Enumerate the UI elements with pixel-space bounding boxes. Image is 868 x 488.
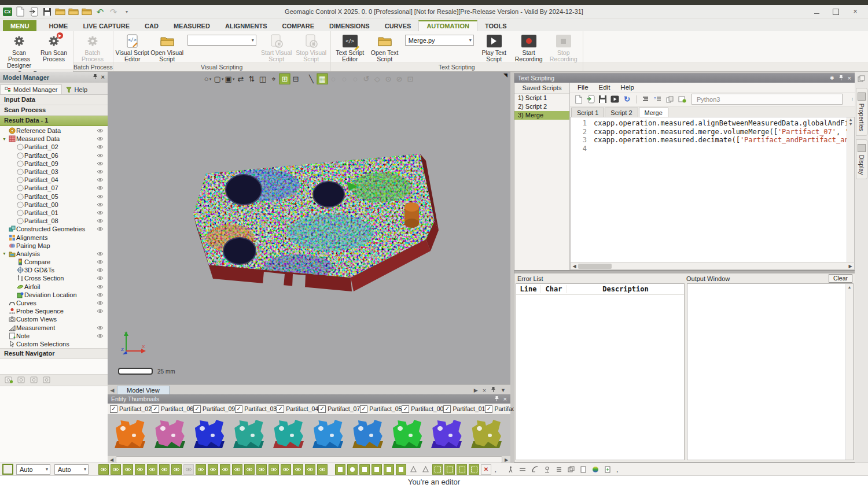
close-icon[interactable]: × <box>848 75 851 82</box>
thumbnail-partifact_03[interactable] <box>230 417 269 453</box>
visibility-eye-icon[interactable] <box>97 217 104 225</box>
import-icon[interactable] <box>28 7 39 16</box>
tree-item-partifact-03[interactable]: Partifact_03 <box>0 168 108 176</box>
tree-item-note[interactable]: Note <box>0 332 108 340</box>
thumbnail-partifact_05[interactable] <box>348 417 388 453</box>
target-icon[interactable] <box>542 464 552 475</box>
thumbnail-check-partifact_09[interactable]: ✓Partifact_09 <box>193 405 235 413</box>
rectangle-select-icon[interactable]: ▦ <box>317 73 328 84</box>
tree-item-measured-data[interactable]: ▼Measured Data <box>0 135 108 143</box>
visibility-eye-icon[interactable] <box>97 160 104 168</box>
import-script-icon[interactable] <box>586 94 595 104</box>
menu-tab-measured[interactable]: MEASURED <box>166 20 218 31</box>
tree-item-partifact-04[interactable]: Partifact_04 <box>0 176 108 184</box>
visibility-eye-icon[interactable] <box>97 332 104 341</box>
visibility-toggle-icon[interactable] <box>159 464 170 475</box>
run-script-icon[interactable] <box>610 94 620 104</box>
sphere-icon[interactable] <box>590 464 601 475</box>
section-input-data[interactable]: Input Data <box>0 95 108 105</box>
output-scrollbar[interactable]: ▲ <box>845 284 853 460</box>
text-script-editor-button[interactable]: </>Text Script Editor <box>333 32 367 62</box>
visibility-eye-icon[interactable] <box>97 258 104 267</box>
visibility-toggle-icon[interactable] <box>256 464 267 475</box>
flip-vertical-icon[interactable]: ⇅ <box>247 73 258 84</box>
model-viewport[interactable]: ○▾▢▾▣▾⇄⇅◫⌖⊞⊟╲▦◌◌◌↺◇⊙⊘⊡ ◥ <box>108 72 510 385</box>
visibility-toggle-icon[interactable] <box>111 464 121 475</box>
navigator-tool-icon-2[interactable] <box>17 375 26 386</box>
navigator-tool-icon-4[interactable] <box>43 375 52 386</box>
code-line[interactable]: 2cxapp.operation.measured.merge.volumeMe… <box>571 128 854 136</box>
visibility-eye-icon[interactable] <box>97 184 104 193</box>
paint-select-icon[interactable]: ⊙ <box>383 73 394 84</box>
visibility-eye-icon[interactable] <box>97 324 104 332</box>
visibility-toggle-icon[interactable] <box>293 464 303 475</box>
thumbnail-check-partifact_03[interactable]: ✓Partifact_03 <box>235 405 277 413</box>
thumbnail-partifact_04[interactable] <box>270 417 309 453</box>
auto-combo-1[interactable]: Auto▾ <box>16 464 50 475</box>
open-yellow-2-icon[interactable] <box>68 7 79 16</box>
thumbnail-partifact_00[interactable] <box>388 417 428 453</box>
thumbnail-check-partifact_02[interactable]: ✓Partifact_02 <box>110 405 152 413</box>
scanned-model-3d[interactable] <box>177 151 443 301</box>
selection-mode-icon[interactable] <box>469 464 479 475</box>
visibility-toggle-icon[interactable] <box>123 464 133 475</box>
visibility-eye-icon[interactable] <box>97 209 104 217</box>
tree-item-compare[interactable]: Compare <box>0 258 108 266</box>
ribbon-script-combobox[interactable]: ▾ <box>187 35 256 46</box>
menu-tab-curves[interactable]: CURVES <box>377 20 419 31</box>
tab-scroll-left-icon[interactable]: ◀ <box>108 387 117 393</box>
editor-vertical-scrollbar[interactable]: ▲▼ <box>847 117 854 262</box>
view-mode-icon[interactable] <box>347 464 358 475</box>
checkbox-icon[interactable]: ✓ <box>235 405 242 413</box>
menu-tab-compare[interactable]: COMPARE <box>275 20 322 31</box>
menu-tab-menu[interactable]: MENU <box>3 20 36 31</box>
thumbnail-partifact_09[interactable] <box>190 417 230 453</box>
open-visual-script-button[interactable]: Open Visual Script <box>150 32 185 62</box>
page-plus-icon[interactable] <box>602 464 613 475</box>
visual-script-editor-button[interactable]: </>Visual Script Editor <box>115 32 150 62</box>
checkbox-icon[interactable]: ✓ <box>152 405 159 413</box>
visibility-eye-icon[interactable] <box>97 201 104 209</box>
freeform-select-icon[interactable]: ◌ <box>350 73 361 84</box>
tree-item-partifact-00[interactable]: Partifact_00 <box>0 201 108 209</box>
display-mode-icon[interactable]: ○▾ <box>203 73 214 84</box>
visibility-eye-icon[interactable] <box>97 143 104 151</box>
menu-tab-tools[interactable]: TOOLS <box>477 20 514 31</box>
checkbox-icon[interactable]: ✓ <box>402 405 409 413</box>
page-icon[interactable] <box>578 464 589 475</box>
run-line-icon[interactable]: ? <box>653 94 663 104</box>
selection-mode-icon[interactable] <box>432 464 443 475</box>
visibility-eye-icon[interactable] <box>97 291 104 300</box>
align-left-icon[interactable] <box>641 94 650 104</box>
tree-item-partifact-07[interactable]: Partifact_07 <box>0 184 108 192</box>
view-mode-icon[interactable] <box>372 464 382 475</box>
thumbnail-check-partifact_06[interactable]: ✓Partifact_06 <box>152 405 193 413</box>
script-settings-icon[interactable] <box>677 94 687 104</box>
visibility-eye-icon[interactable] <box>97 267 104 275</box>
checkbox-icon[interactable]: ✓ <box>318 405 326 413</box>
thumbnail-check-partifact_04[interactable]: ✓Partifact_04 <box>277 405 318 413</box>
visibility-eye-icon[interactable] <box>97 283 104 291</box>
minimize-button[interactable] <box>814 9 819 14</box>
script-tab-merge[interactable]: Merge <box>639 108 668 117</box>
visibility-eye-icon[interactable] <box>97 176 104 184</box>
delete-selection-icon[interactable]: ✕ <box>481 464 491 475</box>
visibility-toggle-icon[interactable] <box>244 464 255 475</box>
saved-script-item-2[interactable]: 2) Script 2 <box>514 102 569 111</box>
checkbox-icon[interactable]: ✓ <box>193 405 201 413</box>
open-text-script-button[interactable]: Open Text Script <box>367 32 402 62</box>
menu-help[interactable]: Help <box>615 84 639 91</box>
visibility-toggle-icon[interactable] <box>98 464 109 475</box>
visibility-toggle-icon[interactable] <box>305 464 315 475</box>
dual-view-icon[interactable]: ◫ <box>258 73 269 84</box>
thumbnail-check-partifact_07[interactable]: ✓Partifact_07 <box>318 405 360 413</box>
tree-item-reference-data[interactable]: Reference Data <box>0 127 108 135</box>
thumbnail-check-partifact_00[interactable]: ✓Partifact_00 <box>402 405 443 413</box>
tab-model-view[interactable]: Model View <box>117 386 170 395</box>
open-yellow-1-icon[interactable] <box>55 7 65 16</box>
tree-item-constructed-geometries[interactable]: Constructed Geometries <box>0 225 108 233</box>
tree-item-measurement[interactable]: Measurement <box>0 324 108 332</box>
visibility-eye-icon[interactable] <box>97 300 104 308</box>
tree-item-partifact-05[interactable]: Partifact_05 <box>0 193 108 201</box>
side-tab-properties[interactable]: Properties <box>856 88 867 136</box>
